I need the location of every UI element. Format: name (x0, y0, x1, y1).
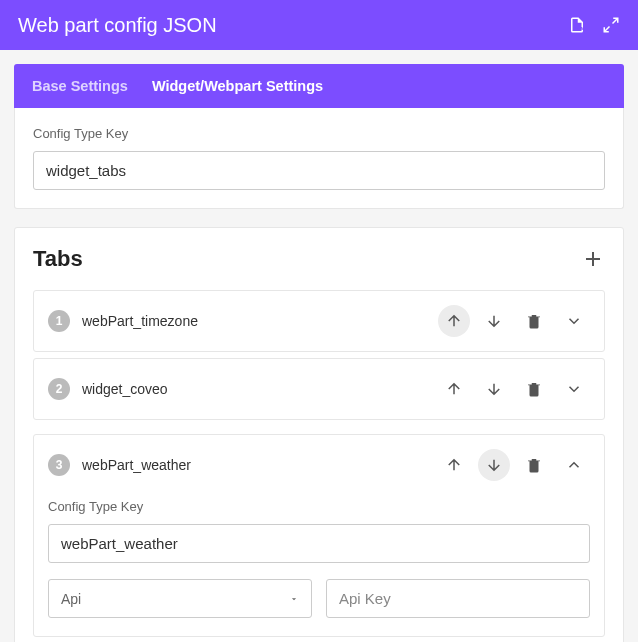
collapse-row-button[interactable] (558, 449, 590, 481)
api-select-label: Api (61, 591, 81, 607)
titlebar-actions: JSON (568, 16, 620, 34)
titlebar-title: Web part config JSON (18, 14, 217, 37)
tab-row-expanded: 3 webPart_weather Config Type Key Api (33, 434, 605, 637)
tab-row-number: 3 (48, 454, 70, 476)
tabs-section-header: Tabs (33, 246, 605, 272)
delete-button[interactable] (518, 305, 550, 337)
move-up-button[interactable] (438, 449, 470, 481)
config-type-key-label: Config Type Key (33, 126, 605, 141)
add-tab-button[interactable] (581, 247, 605, 271)
move-down-button[interactable] (478, 305, 510, 337)
expand-row-button[interactable] (558, 373, 590, 405)
expanded-config-type-key-label: Config Type Key (48, 499, 590, 514)
tabs-section-title: Tabs (33, 246, 83, 272)
tab-row-number: 2 (48, 378, 70, 400)
tabs-section: Tabs 1 webPart_timezone 2 widget_coveo (14, 227, 624, 642)
content-area: Base Settings Widget/Webpart Settings Co… (0, 50, 638, 642)
move-down-button[interactable] (478, 449, 510, 481)
delete-button[interactable] (518, 449, 550, 481)
expand-row-button[interactable] (558, 305, 590, 337)
chevron-down-icon (289, 594, 299, 604)
tab-row-label: widget_coveo (82, 381, 438, 397)
tab-widget-settings[interactable]: Widget/Webpart Settings (152, 66, 323, 106)
tab-row: 1 webPart_timezone (33, 290, 605, 352)
json-file-icon[interactable]: JSON (568, 16, 586, 34)
svg-text:JSON: JSON (573, 27, 584, 31)
tab-row-actions (438, 373, 590, 405)
tab-base-settings[interactable]: Base Settings (32, 66, 128, 106)
tab-row-head: 3 webPart_weather (48, 449, 590, 481)
expand-icon[interactable] (602, 16, 620, 34)
tab-row-actions (438, 305, 590, 337)
expanded-config-type-key-input[interactable] (48, 524, 590, 563)
api-subrow: Api (48, 579, 590, 618)
move-down-button[interactable] (478, 373, 510, 405)
move-up-button[interactable] (438, 373, 470, 405)
api-key-input[interactable] (326, 579, 590, 618)
tab-row: 2 widget_coveo (33, 358, 605, 420)
config-type-key-panel: Config Type Key (14, 108, 624, 209)
tab-row-body: Config Type Key Api (48, 499, 590, 618)
tab-row-label: webPart_weather (82, 457, 438, 473)
titlebar: Web part config JSON JSON (0, 0, 638, 50)
delete-button[interactable] (518, 373, 550, 405)
move-up-button[interactable] (438, 305, 470, 337)
tab-row-actions (438, 449, 590, 481)
api-select[interactable]: Api (48, 579, 312, 618)
tab-row-number: 1 (48, 310, 70, 332)
tab-row-label: webPart_timezone (82, 313, 438, 329)
tab-strip: Base Settings Widget/Webpart Settings (14, 64, 624, 108)
config-type-key-input[interactable] (33, 151, 605, 190)
